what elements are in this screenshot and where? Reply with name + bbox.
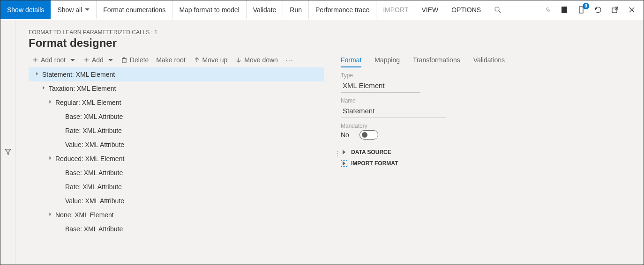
link-icon[interactable] bbox=[544, 6, 552, 14]
tree-panel: Add root Add Delete Make root Mov bbox=[29, 56, 324, 236]
breadcrumb: FORMAT TO LEARN PARAMETERIZED CALLS : 1 bbox=[29, 29, 632, 36]
import-format-section[interactable]: IMPORT FORMAT bbox=[341, 160, 632, 167]
tree-label: Base: XML Attribute bbox=[65, 225, 123, 233]
label: Transformations bbox=[413, 56, 460, 64]
tree-label: Base: XML Attribute bbox=[65, 113, 123, 120]
svg-rect-2 bbox=[562, 7, 567, 13]
name-field[interactable]: Statement bbox=[341, 105, 446, 118]
trash-icon bbox=[120, 56, 128, 64]
tree-label: Value: XML Attribute bbox=[65, 141, 124, 148]
arrow-down-icon bbox=[235, 56, 242, 64]
left-rail bbox=[0, 20, 15, 265]
tree-row[interactable]: Statement: XML Element bbox=[29, 67, 324, 81]
label: Add root bbox=[41, 56, 66, 64]
name-label: Name bbox=[341, 97, 632, 104]
tab-validations[interactable]: Validations bbox=[473, 56, 505, 67]
tree-label: Rate: XML Attribute bbox=[65, 183, 122, 191]
delete-button[interactable]: Delete bbox=[120, 56, 149, 64]
move-down-button[interactable]: Move down bbox=[235, 56, 278, 64]
label: Move up bbox=[202, 56, 228, 64]
chevron-down-icon bbox=[85, 8, 90, 11]
tab-format[interactable]: Format bbox=[341, 56, 361, 67]
caret-expanded-icon[interactable] bbox=[48, 100, 51, 103]
tree-row[interactable]: Regular: XML Element bbox=[29, 96, 324, 110]
format-enumerations-button[interactable]: Format enumerations bbox=[97, 0, 172, 19]
filter-icon bbox=[4, 148, 12, 155]
caret-expanded-icon[interactable] bbox=[35, 72, 38, 75]
caret-expanded-icon[interactable] bbox=[48, 213, 51, 216]
more-button[interactable]: ··· bbox=[285, 56, 294, 64]
tree-row[interactable]: Value: XML Attribute bbox=[29, 138, 324, 152]
label: IMPORT bbox=[383, 6, 408, 14]
close-button[interactable] bbox=[628, 6, 636, 14]
tree-row[interactable]: Rate: XML Attribute bbox=[29, 124, 324, 138]
label: Format bbox=[341, 56, 361, 64]
tree-label: Regular: XML Element bbox=[55, 99, 121, 106]
options-menu[interactable]: OPTIONS bbox=[445, 0, 487, 19]
tab-mapping[interactable]: Mapping bbox=[374, 56, 400, 67]
drag-handle-icon[interactable]: ⋮ bbox=[334, 150, 341, 157]
accordion: ⋮ DATA SOURCE IMPORT FORMAT bbox=[341, 149, 632, 167]
caret-expanded-icon[interactable] bbox=[48, 156, 51, 160]
data-source-section[interactable]: DATA SOURCE bbox=[341, 149, 632, 155]
run-button[interactable]: Run bbox=[283, 0, 309, 19]
tree-row[interactable]: Reduced: XML Element bbox=[29, 152, 324, 166]
refresh-button[interactable] bbox=[594, 6, 602, 14]
tree-row[interactable]: Base: XML Attribute bbox=[29, 166, 324, 180]
tree-row[interactable]: Base: XML Attribute bbox=[29, 222, 324, 236]
label: Validate bbox=[253, 6, 277, 14]
search-icon bbox=[494, 6, 502, 14]
caret-spacer bbox=[55, 128, 60, 133]
caret-spacer bbox=[55, 114, 60, 119]
label: Validations bbox=[473, 56, 505, 64]
performance-trace-button[interactable]: Performance trace bbox=[309, 0, 376, 19]
label: Show all bbox=[57, 6, 82, 14]
tab-transformations[interactable]: Transformations bbox=[413, 56, 460, 67]
tree-row[interactable]: Taxation: XML Element bbox=[29, 81, 324, 96]
view-menu[interactable]: VIEW bbox=[415, 0, 445, 19]
type-value[interactable]: XML Element bbox=[341, 80, 420, 93]
mandatory-toggle[interactable] bbox=[359, 130, 378, 140]
add-root-button[interactable]: Add root bbox=[31, 56, 75, 64]
tree-row[interactable]: Rate: XML Attribute bbox=[29, 180, 324, 194]
notifications-button[interactable]: 0 bbox=[577, 6, 585, 14]
tree-label: Value: XML Attribute bbox=[65, 197, 124, 205]
svg-marker-7 bbox=[5, 149, 11, 155]
expand-icon bbox=[341, 149, 347, 155]
map-format-button[interactable]: Map format to model bbox=[172, 0, 246, 19]
menubar-icons: 0 bbox=[544, 0, 644, 19]
page-title: Format designer bbox=[29, 37, 632, 50]
show-all-button[interactable]: Show all bbox=[51, 0, 97, 19]
mandatory-value: No bbox=[341, 131, 349, 139]
import-menu[interactable]: IMPORT bbox=[376, 0, 415, 19]
toggle-knob bbox=[362, 132, 367, 138]
tree-toolbar: Add root Add Delete Make root Mov bbox=[29, 56, 324, 64]
tree-row[interactable]: Value: XML Attribute bbox=[29, 194, 324, 208]
move-up-button[interactable]: Move up bbox=[193, 56, 228, 64]
validate-button[interactable]: Validate bbox=[247, 0, 284, 19]
caret-spacer bbox=[55, 142, 60, 147]
search-button[interactable] bbox=[487, 0, 508, 19]
tree-row[interactable]: None: XML Element bbox=[29, 208, 324, 222]
arrow-up-icon bbox=[193, 56, 201, 64]
label: DATA SOURCE bbox=[351, 149, 391, 155]
columns: Add root Add Delete Make root Mov bbox=[29, 56, 632, 236]
close-icon bbox=[628, 6, 636, 14]
label: Add bbox=[92, 56, 104, 64]
svg-line-1 bbox=[499, 11, 501, 13]
make-root-button[interactable]: Make root bbox=[156, 56, 185, 64]
menubar: Show details Show all Format enumeration… bbox=[0, 0, 644, 19]
caret-spacer bbox=[55, 170, 60, 176]
popout-button[interactable] bbox=[611, 6, 619, 14]
add-button[interactable]: Add bbox=[82, 56, 113, 64]
office-icon[interactable] bbox=[560, 6, 569, 14]
show-details-button[interactable]: Show details bbox=[0, 0, 51, 19]
svg-line-4 bbox=[615, 7, 618, 10]
tree-row[interactable]: Base: XML Attribute bbox=[29, 110, 324, 124]
label: Show details bbox=[7, 6, 44, 14]
spacer bbox=[508, 0, 544, 19]
label: OPTIONS bbox=[451, 6, 481, 14]
filter-button[interactable] bbox=[4, 38, 12, 265]
label: Map format to model bbox=[179, 6, 239, 14]
caret-expanded-icon[interactable] bbox=[41, 86, 45, 89]
